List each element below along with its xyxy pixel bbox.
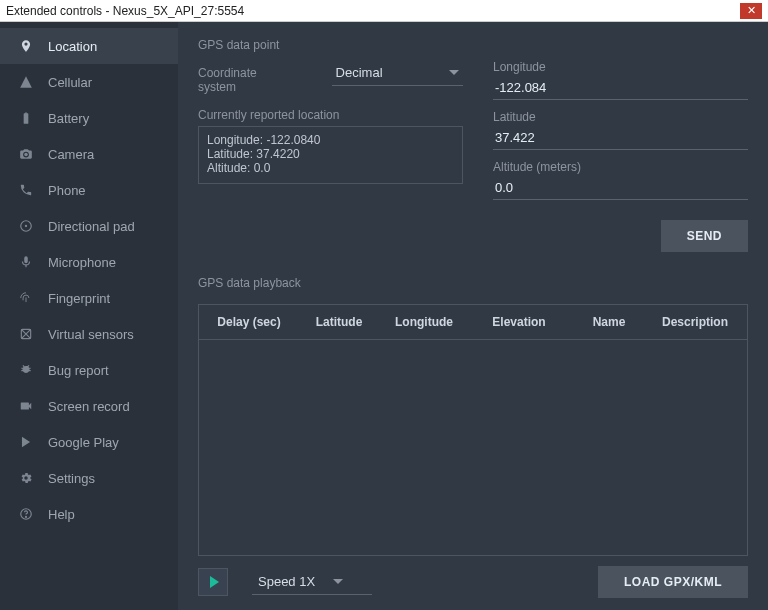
- coord-system-label: Coordinate system: [198, 66, 292, 94]
- record-icon: [18, 398, 34, 414]
- longitude-input[interactable]: [493, 76, 748, 100]
- sidebar-item-phone[interactable]: Phone: [0, 172, 178, 208]
- close-button[interactable]: ✕: [740, 3, 762, 19]
- window-titlebar: Extended controls - Nexus_5X_API_27:5554…: [0, 0, 768, 22]
- col-name: Name: [569, 315, 649, 329]
- col-longitude: Longitude: [379, 315, 469, 329]
- reported-longitude: Longitude: -122.0840: [207, 133, 454, 147]
- camera-icon: [18, 146, 34, 162]
- play-icon: [210, 576, 219, 588]
- sidebar-item-bug-report[interactable]: Bug report: [0, 352, 178, 388]
- col-description: Description: [649, 315, 741, 329]
- longitude-label: Longitude: [493, 60, 748, 74]
- sidebar-item-label: Virtual sensors: [48, 327, 134, 342]
- main-panel: GPS data point Coordinate system Decimal…: [178, 22, 768, 610]
- sidebar-item-label: Directional pad: [48, 219, 135, 234]
- coord-system-select[interactable]: Decimal: [332, 60, 463, 86]
- battery-icon: [18, 110, 34, 126]
- coord-system-value: Decimal: [336, 65, 383, 80]
- dpad-icon: [18, 218, 34, 234]
- fingerprint-icon: [18, 290, 34, 306]
- bug-icon: [18, 362, 34, 378]
- altitude-label: Altitude (meters): [493, 160, 748, 174]
- window-title: Extended controls - Nexus_5X_API_27:5554: [6, 4, 244, 18]
- sidebar-item-settings[interactable]: Settings: [0, 460, 178, 496]
- playback-table-header: Delay (sec) Latitude Longitude Elevation…: [199, 305, 747, 340]
- sidebar-item-label: Settings: [48, 471, 95, 486]
- sidebar-item-battery[interactable]: Battery: [0, 100, 178, 136]
- phone-icon: [18, 182, 34, 198]
- gps-point-title: GPS data point: [198, 38, 748, 52]
- reported-location-label: Currently reported location: [198, 108, 463, 122]
- playback-title: GPS data playback: [198, 276, 748, 290]
- help-icon: [18, 506, 34, 522]
- close-icon: ✕: [747, 4, 756, 17]
- sidebar-item-label: Camera: [48, 147, 94, 162]
- send-button[interactable]: SEND: [661, 220, 748, 252]
- sidebar-item-help[interactable]: Help: [0, 496, 178, 532]
- sidebar-item-label: Phone: [48, 183, 86, 198]
- sidebar-item-microphone[interactable]: Microphone: [0, 244, 178, 280]
- latitude-label: Latitude: [493, 110, 748, 124]
- playback-table: Delay (sec) Latitude Longitude Elevation…: [198, 304, 748, 556]
- sidebar-item-dpad[interactable]: Directional pad: [0, 208, 178, 244]
- sidebar-item-label: Screen record: [48, 399, 130, 414]
- speed-select[interactable]: Speed 1X: [252, 569, 372, 595]
- sidebar-item-label: Microphone: [48, 255, 116, 270]
- col-delay: Delay (sec): [199, 315, 299, 329]
- sidebar: Location Cellular Battery Camera Phone: [0, 22, 178, 610]
- reported-latitude: Latitude: 37.4220: [207, 147, 454, 161]
- sidebar-item-camera[interactable]: Camera: [0, 136, 178, 172]
- sidebar-item-label: Location: [48, 39, 97, 54]
- sensors-icon: [18, 326, 34, 342]
- speed-value: Speed 1X: [258, 574, 315, 589]
- location-pin-icon: [18, 38, 34, 54]
- svg-point-2: [25, 225, 27, 227]
- sidebar-item-label: Cellular: [48, 75, 92, 90]
- sidebar-item-label: Help: [48, 507, 75, 522]
- reported-location-box: Longitude: -122.0840 Latitude: 37.4220 A…: [198, 126, 463, 184]
- sidebar-item-label: Battery: [48, 111, 89, 126]
- playback-table-body: [199, 340, 747, 555]
- play-button[interactable]: [198, 568, 228, 596]
- signal-icon: [18, 74, 34, 90]
- sidebar-item-label: Bug report: [48, 363, 109, 378]
- latitude-input[interactable]: [493, 126, 748, 150]
- col-latitude: Latitude: [299, 315, 379, 329]
- gear-icon: [18, 470, 34, 486]
- sidebar-item-screen-record[interactable]: Screen record: [0, 388, 178, 424]
- reported-altitude: Altitude: 0.0: [207, 161, 454, 175]
- col-elevation: Elevation: [469, 315, 569, 329]
- sidebar-item-fingerprint[interactable]: Fingerprint: [0, 280, 178, 316]
- microphone-icon: [18, 254, 34, 270]
- sidebar-item-location[interactable]: Location: [0, 28, 178, 64]
- svg-point-0: [24, 153, 28, 157]
- chevron-down-icon: [333, 579, 343, 584]
- play-store-icon: [18, 434, 34, 450]
- sidebar-item-virtual-sensors[interactable]: Virtual sensors: [0, 316, 178, 352]
- altitude-input[interactable]: [493, 176, 748, 200]
- sidebar-item-google-play[interactable]: Google Play: [0, 424, 178, 460]
- load-gpx-kml-button[interactable]: LOAD GPX/KML: [598, 566, 748, 598]
- svg-point-5: [26, 516, 27, 517]
- sidebar-item-cellular[interactable]: Cellular: [0, 64, 178, 100]
- sidebar-item-label: Google Play: [48, 435, 119, 450]
- sidebar-item-label: Fingerprint: [48, 291, 110, 306]
- chevron-down-icon: [449, 70, 459, 75]
